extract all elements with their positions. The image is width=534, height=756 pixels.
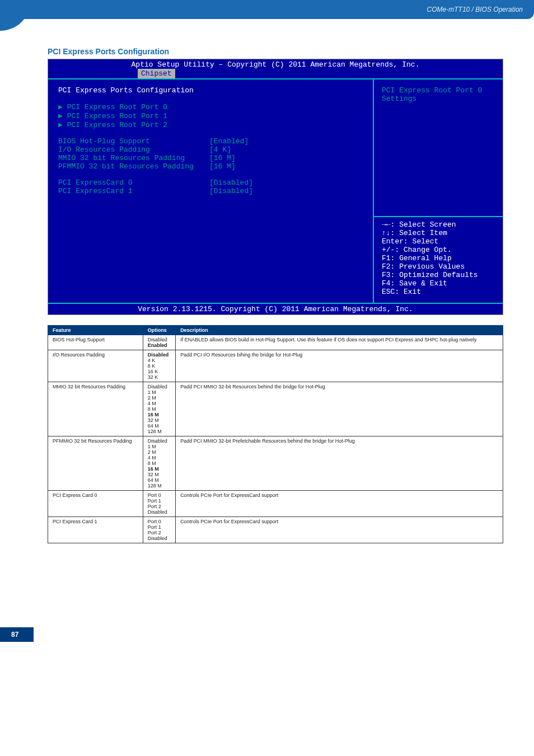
page-content: PCI Express Ports Configuration Aptio Se… <box>0 19 534 555</box>
bios-active-tab: Chipset <box>138 69 175 78</box>
description-cell: Controls PCIe Port for ExpressCard suppo… <box>176 491 503 517</box>
description-cell: If ENABLED allows BIOS build in Hot-Plug… <box>176 335 503 350</box>
table-row: PCI Express Card 0Port 0Port 1Port 2Disa… <box>48 491 503 517</box>
option-value: 32 M <box>148 417 171 423</box>
bios-panel-title: PCI Express Ports Configuration <box>58 86 363 95</box>
bios-submenu-item[interactable]: ▶ PCI Express Root Port 1 <box>58 111 363 120</box>
table-row: I/O Resources PaddingDisabled4 K8 K16 K3… <box>48 350 503 382</box>
section-title: PCI Express Ports Configuration <box>48 47 503 56</box>
bios-setting-row[interactable]: BIOS Hot-Plug Support[Enabled] <box>58 137 363 145</box>
description-cell: Padd PCI I/O Resources bihing the bridge… <box>176 350 503 382</box>
bios-help-key-line: ↑↓: Select Item <box>382 229 495 237</box>
table-row: BIOS Hot-Plug SupportDisabledEnabledIf E… <box>48 335 503 350</box>
table-row: MMIO 32 bit Resources PaddingDisabled1 M… <box>48 382 503 436</box>
table-header-row: FeatureOptionsDescription <box>48 326 503 335</box>
divider <box>374 216 503 217</box>
option-value: 128 M <box>148 483 171 489</box>
table-header-cell: Description <box>176 326 503 335</box>
option-value: 128 M <box>148 429 171 434</box>
option-value: Enabled <box>148 342 171 348</box>
bios-setting-value: [16 M] <box>209 154 236 162</box>
bios-settings-list: BIOS Hot-Plug Support[Enabled] I/O Resou… <box>58 137 363 171</box>
bios-body: PCI Express Ports Configuration ▶ PCI Ex… <box>48 78 503 303</box>
option-value: Port 0 <box>148 519 171 524</box>
option-value: 32 K <box>148 374 171 380</box>
feature-cell: PFMMIO 32 bit Resources Padding <box>48 436 143 491</box>
bios-setting-value: [Enabled] <box>209 137 249 145</box>
bios-setting-value: [16 M] <box>209 162 236 171</box>
submenu-arrow-icon: ▶ <box>58 112 67 120</box>
bios-setting-label: MMIO 32 bit Resources Padding <box>58 154 209 162</box>
option-value: 1 M <box>148 444 171 449</box>
bios-submenu-item[interactable]: ▶ PCI Express Root Port 0 <box>58 102 363 111</box>
option-value: 4 K <box>148 358 171 363</box>
option-value: Port 1 <box>148 498 171 504</box>
option-value: 8 K <box>148 363 171 369</box>
option-value: Port 0 <box>148 492 171 498</box>
option-value: 64 M <box>148 423 171 429</box>
option-value: 4 M <box>148 455 171 461</box>
option-value: Disabled <box>148 384 171 389</box>
bios-submenu-item[interactable]: ▶ PCI Express Root Port 2 <box>58 120 363 129</box>
bios-setting-label: PCI ExpressCard 0 <box>58 179 209 187</box>
bios-setting-row[interactable]: PCI ExpressCard 1[Disabled] <box>58 187 363 195</box>
description-cell: Controls PCIe Port for ExpressCard suppo… <box>176 517 503 543</box>
feature-cell: PCI Express Card 0 <box>48 491 143 517</box>
bios-setting-value: [4 K] <box>209 145 231 154</box>
bios-help-key-line: Enter: Select <box>382 237 495 246</box>
bios-help-key-line: F3: Optimized Defaults <box>382 271 495 279</box>
bios-cards-list: PCI ExpressCard 0[Disabled] PCI ExpressC… <box>58 179 363 195</box>
bios-footer: Version 2.13.1215. Copyright (C) 2011 Am… <box>48 303 503 314</box>
bios-help-nav: →←: Select Screen↑↓: Select ItemEnter: S… <box>382 210 495 296</box>
bios-setting-label: I/O Resources Padding <box>58 145 209 154</box>
bios-help-description: PCI Express Root Port 0 Settings <box>382 86 495 103</box>
option-value: Port 2 <box>148 530 171 536</box>
bios-setting-value: [Disabled] <box>209 187 253 195</box>
option-value: 2 M <box>148 449 171 455</box>
bios-root-port-list: ▶ PCI Express Root Port 0▶ PCI Express R… <box>58 102 363 129</box>
bios-setting-row[interactable]: PCI ExpressCard 0[Disabled] <box>58 179 363 187</box>
bios-screenshot: Aptio Setup Utility – Copyright (C) 2011… <box>48 59 503 315</box>
bios-help-key-line: ESC: Exit <box>382 288 495 296</box>
feature-table: FeatureOptionsDescription BIOS Hot-Plug … <box>48 325 503 543</box>
feature-cell: MMIO 32 bit Resources Padding <box>48 382 143 436</box>
option-value: 16 M <box>148 412 171 417</box>
table-row: PCI Express Card 1Port 0Port 1Port 2Disa… <box>48 517 503 543</box>
bios-help-panel: PCI Express Root Port 0 Settings →←: Sel… <box>374 78 503 303</box>
bios-help-key-line: F4: Save & Exit <box>382 279 495 288</box>
bios-setting-row[interactable]: I/O Resources Padding[4 K] <box>58 145 363 154</box>
option-value: 64 M <box>148 477 171 483</box>
bios-main-panel: PCI Express Ports Configuration ▶ PCI Ex… <box>48 78 374 303</box>
option-value: Port 2 <box>148 504 171 509</box>
option-value: 16 M <box>148 466 171 472</box>
bios-help-key-line: +/-: Change Opt. <box>382 246 495 254</box>
bios-tab-row: Chipset <box>48 69 503 78</box>
feature-cell: PCI Express Card 1 <box>48 517 143 543</box>
bios-setting-label: BIOS Hot-Plug Support <box>58 137 209 145</box>
bios-setting-label: PCI ExpressCard 1 <box>58 187 209 195</box>
description-cell: Padd PCI MMIO 32-bit Prefetchable Resour… <box>176 436 503 491</box>
options-cell: DisabledEnabled <box>143 335 175 350</box>
options-cell: Disabled1 M2 M4 M8 M16 M32 M64 M128 M <box>143 382 175 436</box>
option-value: 1 M <box>148 389 171 395</box>
bios-setting-label: PFMMIO 32 bit Resources Padding <box>58 162 209 171</box>
bios-help-key-line: →←: Select Screen <box>382 220 495 229</box>
bios-setting-row[interactable]: MMIO 32 bit Resources Padding[16 M] <box>58 154 363 162</box>
options-cell: Port 0Port 1Port 2Disabled <box>143 491 175 517</box>
option-value: 2 M <box>148 395 171 401</box>
option-value: Disabled <box>148 352 171 358</box>
options-cell: Disabled4 K8 K16 K32 K <box>143 350 175 382</box>
option-value: 4 M <box>148 401 171 406</box>
breadcrumb: COMe-mTT10 / BIOS Operation <box>427 6 523 13</box>
option-value: Disabled <box>148 509 171 515</box>
page-number: 87 <box>0 627 34 642</box>
table-header-cell: Options <box>143 326 175 335</box>
bios-setting-value: [Disabled] <box>209 179 253 187</box>
option-value: 8 M <box>148 406 171 412</box>
bios-help-key-line: F2: Previous Values <box>382 262 495 271</box>
option-value: 16 K <box>148 369 171 374</box>
bios-setting-row[interactable]: PFMMIO 32 bit Resources Padding[16 M] <box>58 162 363 171</box>
table-body: BIOS Hot-Plug SupportDisabledEnabledIf E… <box>48 335 503 543</box>
feature-cell: I/O Resources Padding <box>48 350 143 382</box>
submenu-arrow-icon: ▶ <box>58 121 67 129</box>
